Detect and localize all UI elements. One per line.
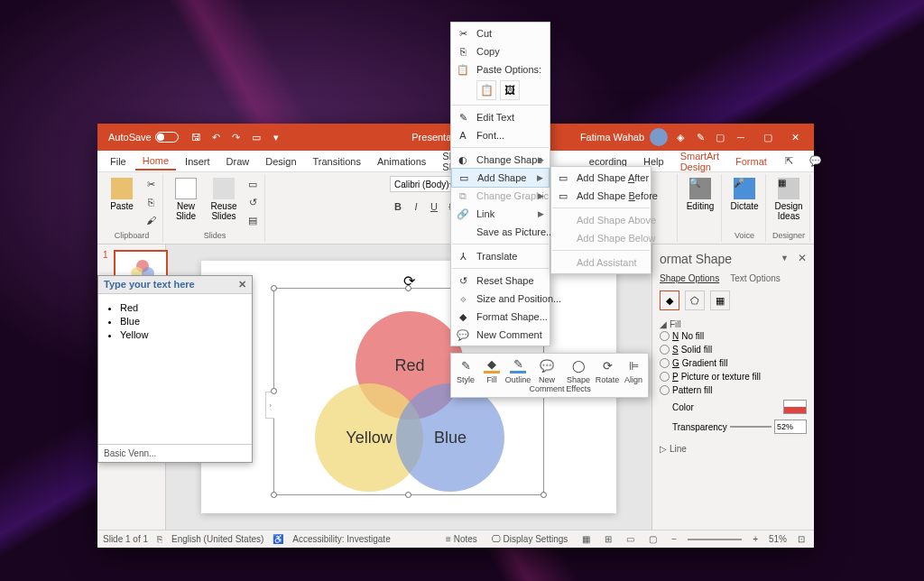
ctx-size-position[interactable]: ⟐Size and Position... bbox=[451, 290, 550, 308]
new-slide-button[interactable]: New Slide bbox=[169, 176, 203, 223]
picture-fill-radio[interactable]: PPicture or texture fill bbox=[660, 370, 807, 383]
avatar-icon[interactable] bbox=[650, 128, 668, 146]
resize-handle[interactable] bbox=[405, 492, 411, 498]
text-pane-body[interactable]: Red Blue Yellow bbox=[98, 294, 252, 444]
slideshow-start-icon[interactable]: ▭ bbox=[249, 130, 263, 144]
fill-line-icon[interactable]: ◆ bbox=[660, 290, 679, 310]
zoom-out-button[interactable]: − bbox=[668, 534, 680, 544]
ctx-add-shape-after[interactable]: ▭Add Shape After bbox=[551, 169, 651, 187]
italic-button[interactable]: I bbox=[408, 198, 424, 215]
color-picker[interactable] bbox=[783, 400, 807, 414]
share-icon[interactable]: ⇱ bbox=[778, 152, 800, 170]
paste-option-1[interactable]: 📋 bbox=[476, 80, 496, 100]
paste-button[interactable]: Paste bbox=[105, 176, 139, 213]
no-fill-radio[interactable]: NNo fill bbox=[660, 329, 807, 343]
normal-view-icon[interactable]: ▦ bbox=[578, 534, 594, 544]
tab-animations[interactable]: Animations bbox=[370, 153, 433, 170]
minimize-button[interactable]: ─ bbox=[727, 124, 754, 151]
underline-button[interactable]: U bbox=[426, 198, 442, 215]
shape-options-tab[interactable]: Shape Options bbox=[660, 273, 719, 283]
mini-comment-button[interactable]: 💬New Comment bbox=[531, 355, 562, 395]
editing-button[interactable]: 🔍 Editing bbox=[683, 176, 717, 213]
spellcheck-icon[interactable]: ⎘ bbox=[157, 534, 162, 544]
autosave-toggle[interactable]: AutoSave bbox=[103, 130, 184, 144]
list-item[interactable]: Blue bbox=[120, 316, 241, 327]
notes-button[interactable]: ≡ Notes bbox=[442, 534, 481, 544]
display-settings-button[interactable]: 🖵 Display Settings bbox=[488, 534, 571, 544]
zoom-slider[interactable] bbox=[688, 539, 742, 540]
fill-section-toggle[interactable]: ◢ Fill bbox=[660, 319, 807, 329]
cut-icon[interactable]: ✂ bbox=[143, 176, 159, 192]
comments-icon[interactable]: 💬 bbox=[802, 152, 829, 170]
bold-button[interactable]: B bbox=[390, 198, 406, 215]
ctx-cut[interactable]: ✂Cut bbox=[451, 24, 550, 42]
effects-icon[interactable]: ⬠ bbox=[685, 290, 705, 310]
ctx-reset-shape[interactable]: ↺Reset Shape bbox=[451, 272, 550, 290]
fit-window-icon[interactable]: ⊡ bbox=[794, 534, 808, 544]
tab-design[interactable]: Design bbox=[258, 153, 303, 170]
layout-icon[interactable]: ▭ bbox=[245, 176, 261, 192]
diamond-icon[interactable]: ◈ bbox=[673, 130, 688, 144]
close-button[interactable]: ✕ bbox=[781, 124, 808, 151]
language-button[interactable]: English (United States) bbox=[171, 534, 263, 544]
rotate-handle-icon[interactable]: ⟳ bbox=[403, 272, 414, 283]
zoom-in-button[interactable]: + bbox=[749, 534, 762, 544]
ctx-edit-text[interactable]: ✎Edit Text bbox=[451, 108, 550, 126]
ctx-new-comment[interactable]: 💬New Comment bbox=[451, 326, 550, 344]
tab-smartart-design[interactable]: SmartArt Design bbox=[673, 148, 726, 175]
list-item[interactable]: Red bbox=[120, 302, 241, 313]
reading-view-icon[interactable]: ▭ bbox=[623, 534, 638, 544]
resize-handle[interactable] bbox=[271, 388, 277, 394]
mini-rotate-button[interactable]: ⟳Rotate bbox=[595, 355, 620, 395]
venn-circle-blue[interactable]: Blue bbox=[396, 383, 504, 492]
slideshow-view-icon[interactable]: ▢ bbox=[645, 534, 661, 544]
section-icon[interactable]: ▤ bbox=[245, 212, 261, 228]
resize-handle[interactable] bbox=[271, 285, 277, 291]
gradient-fill-radio[interactable]: GGradient fill bbox=[660, 356, 807, 370]
reuse-slides-button[interactable]: Reuse Slides bbox=[207, 176, 241, 223]
redo-icon[interactable]: ↷ bbox=[229, 130, 244, 144]
accessibility-button[interactable]: Accessibility: Investigate bbox=[292, 534, 390, 544]
resize-handle[interactable] bbox=[271, 492, 277, 498]
sorter-view-icon[interactable]: ⊞ bbox=[601, 534, 615, 544]
size-props-icon[interactable]: ▦ bbox=[710, 290, 730, 310]
ctx-font[interactable]: AFont... bbox=[451, 126, 550, 144]
tab-home[interactable]: Home bbox=[135, 152, 176, 171]
transparency-spinner[interactable]: 52% bbox=[774, 420, 807, 434]
transparency-slider[interactable] bbox=[730, 426, 772, 428]
save-icon[interactable]: 🖫 bbox=[189, 130, 204, 144]
pane-close-button[interactable]: ✕ bbox=[798, 252, 807, 264]
pane-dropdown-icon[interactable]: ▼ bbox=[781, 254, 789, 263]
mini-fill-button[interactable]: ◆Fill bbox=[479, 355, 504, 395]
reset-icon[interactable]: ↺ bbox=[245, 194, 261, 210]
ctx-copy[interactable]: ⎘Copy bbox=[451, 42, 550, 60]
qat-more-icon[interactable]: ▾ bbox=[269, 130, 283, 144]
pattern-fill-radio[interactable]: Pattern fill bbox=[660, 383, 807, 397]
solid-fill-radio[interactable]: SSolid fill bbox=[660, 343, 807, 356]
mini-style-button[interactable]: ✎Style bbox=[453, 355, 478, 395]
tab-format[interactable]: Format bbox=[728, 153, 774, 170]
design-ideas-button[interactable]: ▦ Design Ideas bbox=[772, 176, 806, 223]
ctx-translate[interactable]: ⅄Translate bbox=[451, 247, 550, 265]
mini-outline-button[interactable]: ✎Outline bbox=[505, 355, 531, 395]
text-pane-footer[interactable]: Basic Venn... bbox=[98, 444, 252, 462]
text-pane-close-button[interactable]: ✕ bbox=[238, 279, 246, 290]
ctx-change-shape[interactable]: ◐Change Shape▶ bbox=[451, 151, 550, 169]
ctx-link[interactable]: 🔗Link▶ bbox=[451, 205, 550, 223]
dictate-button[interactable]: 🎤 Dictate bbox=[727, 176, 762, 213]
resize-handle[interactable] bbox=[405, 285, 411, 291]
tab-file[interactable]: File bbox=[103, 153, 134, 170]
list-item[interactable]: Yellow bbox=[120, 329, 241, 340]
square-icon[interactable]: ▢ bbox=[713, 130, 727, 144]
format-painter-icon[interactable]: 🖌 bbox=[143, 212, 159, 228]
mini-effects-button[interactable]: ◯Shape Effects bbox=[563, 355, 594, 395]
ctx-format-shape[interactable]: ◆Format Shape... bbox=[451, 308, 550, 326]
paste-option-2[interactable]: 🖼 bbox=[500, 80, 520, 100]
line-section-toggle[interactable]: ▷ Line bbox=[660, 444, 807, 454]
zoom-level[interactable]: 51% bbox=[769, 534, 787, 544]
pen-icon[interactable]: ✎ bbox=[693, 130, 707, 144]
ctx-add-shape-before[interactable]: ▭Add Shape Before bbox=[551, 187, 651, 205]
copy-icon[interactable]: ⎘ bbox=[143, 194, 159, 210]
text-options-tab[interactable]: Text Options bbox=[730, 273, 781, 283]
tab-draw[interactable]: Draw bbox=[219, 153, 257, 170]
